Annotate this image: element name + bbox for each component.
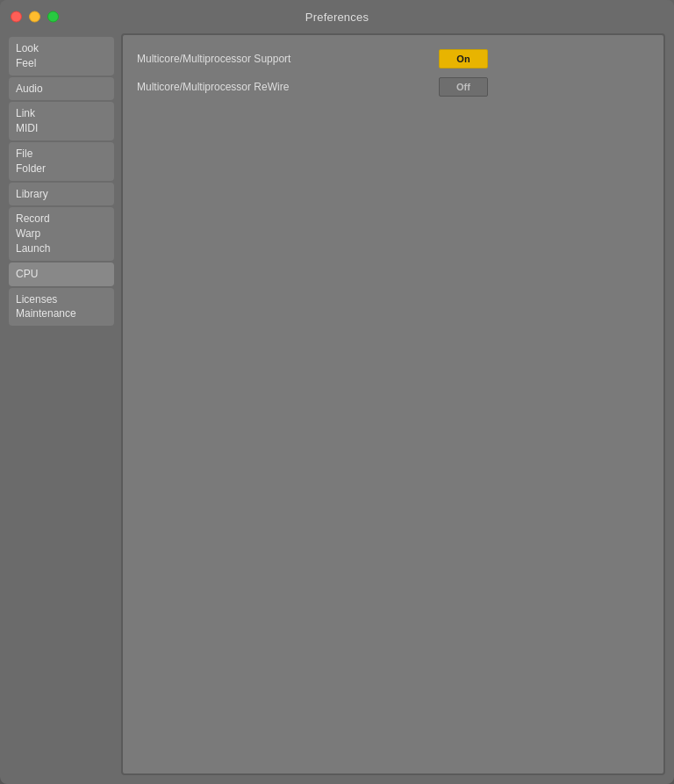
main-content: Multicore/Multiprocessor SupportOnMultic… <box>121 33 665 775</box>
settings-label-multicore-support: Multicore/Multiprocessor Support <box>137 53 439 65</box>
maximize-button[interactable] <box>47 11 59 23</box>
settings-label-multicore-rewire: Multicore/Multiprocessor ReWire <box>137 81 439 93</box>
close-button[interactable] <box>11 11 22 23</box>
toggle-multicore-rewire[interactable]: Off <box>439 77 488 97</box>
sidebar-item-look-feel[interactable]: Look Feel <box>9 37 114 76</box>
sidebar: Look FeelAudioLink MIDIFile FolderLibrar… <box>9 33 114 775</box>
sidebar-item-library[interactable]: Library <box>9 183 114 206</box>
sidebar-item-record-warp-launch[interactable]: Record Warp Launch <box>9 207 114 260</box>
sidebar-item-link-midi[interactable]: Link MIDI <box>9 102 114 140</box>
preferences-window: Preferences Look FeelAudioLink MIDIFile … <box>0 0 674 784</box>
window-title: Preferences <box>305 11 369 24</box>
window-controls <box>11 11 59 23</box>
sidebar-item-file-folder[interactable]: File Folder <box>9 142 114 181</box>
toggle-multicore-support[interactable]: On <box>439 49 488 68</box>
sidebar-item-audio[interactable]: Audio <box>9 77 114 101</box>
minimize-button[interactable] <box>29 11 40 23</box>
settings-row-multicore-support: Multicore/Multiprocessor SupportOn <box>137 49 488 68</box>
sidebar-item-licenses-maintenance[interactable]: Licenses Maintenance <box>9 288 114 327</box>
window-body: Look FeelAudioLink MIDIFile FolderLibrar… <box>0 33 674 784</box>
settings-row-multicore-rewire: Multicore/Multiprocessor ReWireOff <box>137 77 488 97</box>
title-bar: Preferences <box>0 0 674 33</box>
sidebar-item-cpu[interactable]: CPU <box>9 263 114 286</box>
